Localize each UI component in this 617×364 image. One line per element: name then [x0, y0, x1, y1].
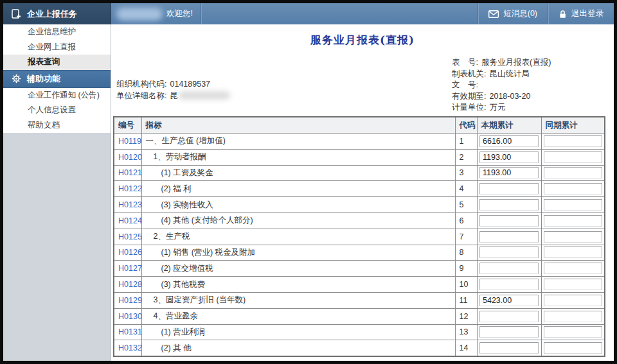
current-period-input[interactable] [479, 279, 539, 290]
table-row: H0127 (2) 应交增值税 9 [114, 261, 605, 277]
table-row: H0121 (1) 工资及奖金 3 [114, 165, 605, 181]
table-row: H0124 (4) 其他 (支付给个人部分) 6 [114, 212, 605, 229]
table-row: H0122 (2) 福 利 4 [114, 181, 605, 197]
table-row: H0123 (3) 实物性收入 5 [114, 197, 605, 213]
meta-value: 昆山统计局 [489, 69, 530, 78]
seq-cell: 3 [455, 165, 477, 181]
current-period-input[interactable] [479, 247, 539, 258]
unit-name-label: 单位详细名称: [116, 91, 166, 100]
secondary-header-label: 辅助功能 [27, 73, 60, 85]
indicator-label: 3、固定资产折旧 (当年数) [141, 292, 455, 308]
row-code-link[interactable]: H0128 [118, 280, 141, 289]
meta-value: 服务业月报表(直报) [481, 58, 551, 67]
same-period-input[interactable] [544, 342, 602, 354]
current-period-input[interactable] [479, 215, 539, 227]
welcome-label: 欢迎您! [166, 8, 193, 19]
seq-cell: 4 [455, 181, 477, 197]
indicator-label: (3) 其他税费 [141, 277, 455, 293]
row-code-link[interactable]: H0125 [118, 232, 141, 241]
meta-label: 有效期至: [452, 92, 486, 101]
header-seq: 代码 [455, 117, 477, 134]
current-period-input[interactable] [479, 326, 539, 338]
row-code-link[interactable]: H0129 [118, 296, 141, 305]
sidebar-item[interactable]: 企业信息维护 [3, 24, 111, 40]
sidebar-item[interactable]: 企业工作通知 (公告) [3, 88, 111, 103]
sidebar-item[interactable]: 个人信息设置 [3, 103, 111, 118]
seq-cell: 10 [455, 277, 477, 293]
same-period-input[interactable] [544, 215, 602, 227]
sidebar: 企业信息维护 企业网上直报 报表查询 辅助功能 企业工作通知 (公告) 个人信息… [3, 24, 111, 361]
same-period-input[interactable] [544, 279, 602, 290]
header-indicator: 指标 [141, 117, 455, 134]
same-period-input[interactable] [544, 199, 602, 211]
indicator-label: (2) 其 他 [141, 340, 455, 356]
sidebar-menu: 企业信息维护 企业网上直报 报表查询 辅助功能 企业工作通知 (公告) 个人信息… [3, 24, 111, 133]
logout-label: 退出登录 [571, 8, 604, 19]
current-period-input[interactable] [479, 135, 539, 147]
document-plus-icon [12, 9, 21, 19]
same-period-input[interactable] [544, 231, 602, 243]
row-code-link[interactable]: H0131 [118, 327, 141, 336]
header-current-period: 本期累计 [477, 117, 541, 134]
sidebar-item[interactable]: 企业网上直报 [3, 40, 111, 55]
seq-cell: 1 [455, 134, 477, 150]
same-period-input[interactable] [544, 263, 602, 274]
report-meta-left: 组织机构代码:014189537 单位详细名称:昆 [116, 79, 230, 101]
seq-cell: 8 [455, 245, 477, 261]
indicator-label: (2) 福 利 [141, 181, 455, 197]
indicator-label: (1) 工资及奖金 [141, 165, 455, 181]
table-row: H0131 (1) 营业利润 13 [114, 324, 605, 340]
current-period-input[interactable] [479, 295, 539, 306]
same-period-input[interactable] [544, 247, 602, 258]
same-period-input[interactable] [544, 135, 602, 147]
same-period-input[interactable] [544, 326, 602, 338]
messages-button[interactable]: 短消息(0) [478, 3, 548, 24]
seq-cell: 14 [455, 340, 477, 356]
sidebar-item[interactable]: 报表查询 [3, 55, 111, 70]
row-code-link[interactable]: H0121 [118, 168, 141, 177]
username-redacted [116, 8, 163, 21]
same-period-input[interactable] [544, 311, 602, 322]
sidebar-item[interactable]: 帮助文档 [3, 118, 111, 134]
topbar-divider [201, 3, 201, 24]
current-period-input[interactable] [479, 199, 539, 211]
indicator-label: (1) 销售 (营业) 税金及附加 [141, 245, 455, 261]
meta-line: 制表机关:昆山统计局 [452, 69, 606, 80]
main-content: 服务业月报表(直报) 表 号:服务业月报表(直报) 制表机关:昆山统计局 文 号… [111, 24, 614, 361]
row-code-link[interactable]: H0130 [118, 312, 141, 321]
same-period-input[interactable] [544, 167, 602, 178]
row-code-link[interactable]: H0127 [118, 264, 141, 273]
meta-line: 文 号: [452, 80, 606, 91]
current-period-input[interactable] [479, 231, 539, 243]
meta-value: 万元 [489, 103, 505, 112]
meta-line: 有效期至:2018-03-20 [452, 91, 606, 103]
header-same-period: 同期累计 [541, 117, 605, 134]
same-period-input[interactable] [544, 183, 602, 195]
current-period-input[interactable] [479, 342, 539, 354]
table-header-row: 编号 指标 代码 本期累计 同期累计 [114, 117, 605, 134]
envelope-icon [488, 10, 499, 18]
current-period-input[interactable] [479, 183, 539, 195]
row-code-link[interactable]: H0122 [118, 184, 141, 193]
current-period-input[interactable] [479, 263, 539, 274]
row-code-link[interactable]: H0123 [118, 200, 141, 209]
row-code-link[interactable]: H0120 [118, 153, 141, 162]
meta-label: 文 号: [452, 80, 478, 89]
current-period-input[interactable] [479, 311, 539, 322]
table-row: H0119 一、生产总值 (增加值) 1 [114, 134, 605, 150]
app-window: 企业上报任务 欢迎您! 短消息(0) 退出登录 企业信息维护 [3, 3, 614, 361]
lock-icon [559, 10, 567, 19]
seq-cell: 2 [455, 149, 477, 165]
logout-button[interactable]: 退出登录 [548, 3, 614, 24]
row-code-link[interactable]: H0126 [118, 248, 141, 257]
meta-line: 计量单位:万元 [452, 102, 606, 114]
row-code-link[interactable]: H0119 [118, 137, 141, 146]
row-code-link[interactable]: H0132 [118, 343, 141, 352]
meta-label: 制表机关: [452, 69, 486, 78]
current-period-input[interactable] [479, 167, 539, 178]
same-period-input[interactable] [544, 152, 602, 163]
meta-label: 表 号: [452, 58, 478, 67]
same-period-input[interactable] [544, 295, 602, 306]
row-code-link[interactable]: H0124 [118, 216, 141, 225]
current-period-input[interactable] [479, 152, 539, 163]
